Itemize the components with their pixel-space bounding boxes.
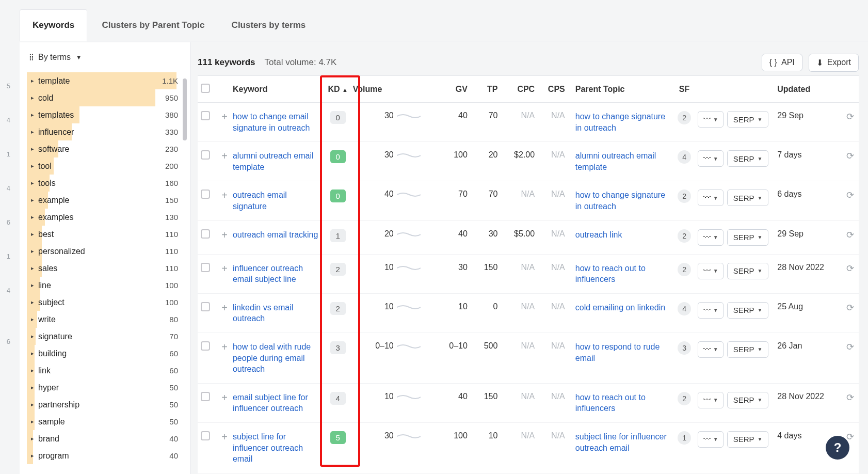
sf-badge[interactable]: 4 <box>678 302 691 315</box>
serp-button[interactable]: SERP▼ <box>727 111 768 128</box>
serp-button[interactable]: SERP▼ <box>727 431 768 448</box>
column-header-keyword[interactable]: Keyword <box>233 85 323 94</box>
refresh-icon[interactable]: ⟳ <box>846 303 854 313</box>
sidebar-term-item[interactable]: ▸tools160 <box>20 175 184 192</box>
expand-button[interactable]: + <box>216 150 233 162</box>
keyword-link[interactable]: linkedin vs email outreach <box>233 303 293 323</box>
sidebar-term-item[interactable]: ▸sales110 <box>20 260 184 277</box>
serp-button[interactable]: SERP▼ <box>727 189 768 206</box>
row-checkbox[interactable] <box>201 189 210 199</box>
column-header-cpc[interactable]: CPC <box>501 85 538 94</box>
parent-topic-link[interactable]: how to change signature in outreach <box>575 191 665 211</box>
tab-clusters-parent[interactable]: Clusters by Parent Topic <box>89 10 217 41</box>
serp-button[interactable]: SERP▼ <box>727 392 768 408</box>
sidebar-term-item[interactable]: ▸software230 <box>20 140 184 157</box>
sidebar-term-item[interactable]: ▸tool200 <box>20 157 184 175</box>
row-checkbox[interactable] <box>201 392 210 401</box>
sf-badge[interactable]: 2 <box>678 392 691 405</box>
refresh-icon[interactable]: ⟳ <box>846 190 854 200</box>
refresh-icon[interactable]: ⟳ <box>846 112 854 122</box>
parent-topic-link[interactable]: how to respond to rude email <box>575 342 660 362</box>
serp-button[interactable]: SERP▼ <box>727 263 768 279</box>
tab-clusters-terms[interactable]: Clusters by terms <box>219 10 318 41</box>
sf-badge[interactable]: 3 <box>678 341 691 355</box>
position-history-button[interactable]: 〰▼ <box>698 263 724 279</box>
parent-topic-link[interactable]: how to reach out to influencers <box>575 264 646 284</box>
sidebar-term-item[interactable]: ▸templates380 <box>20 106 184 123</box>
sidebar-term-item[interactable]: ▸examples130 <box>20 209 184 226</box>
column-header-cps[interactable]: CPS <box>538 85 568 94</box>
sf-badge[interactable]: 2 <box>678 263 691 276</box>
position-history-button[interactable]: 〰▼ <box>698 302 724 319</box>
sf-badge[interactable]: 1 <box>678 431 691 445</box>
export-button[interactable]: ⬇ Export <box>809 54 859 72</box>
position-history-button[interactable]: 〰▼ <box>698 229 724 246</box>
sidebar-term-item[interactable]: ▸link60 <box>20 362 184 379</box>
sidebar-term-item[interactable]: ▸hyper50 <box>20 379 184 396</box>
serp-button[interactable]: SERP▼ <box>727 229 768 246</box>
sidebar-scrollbar-thumb[interactable] <box>183 78 187 140</box>
tab-keywords[interactable]: Keywords <box>20 9 87 41</box>
row-checkbox[interactable] <box>201 341 210 351</box>
sidebar-term-item[interactable]: ▸influencer330 <box>20 123 184 140</box>
sidebar-term-item[interactable]: ▸signature70 <box>20 328 184 345</box>
row-checkbox[interactable] <box>201 431 210 440</box>
sidebar-term-item[interactable]: ▸template1.1K <box>20 72 184 89</box>
sf-badge[interactable]: 2 <box>678 229 691 243</box>
keyword-link[interactable]: subject line for influencer outreach ema… <box>233 432 303 463</box>
column-header-parent[interactable]: Parent Topic <box>568 85 673 94</box>
refresh-icon[interactable]: ⟳ <box>846 230 854 240</box>
serp-button[interactable]: SERP▼ <box>727 341 768 358</box>
expand-button[interactable]: + <box>216 302 233 314</box>
api-button[interactable]: { } API <box>762 54 802 71</box>
expand-button[interactable]: + <box>216 392 233 404</box>
expand-button[interactable]: + <box>216 111 233 123</box>
parent-topic-link[interactable]: subject line for influencer outreach ema… <box>575 432 667 452</box>
sidebar-term-item[interactable]: ▸sample50 <box>20 413 184 430</box>
help-button[interactable]: ? <box>826 436 849 460</box>
position-history-button[interactable]: 〰▼ <box>698 189 724 206</box>
column-header-tp[interactable]: TP <box>471 85 501 94</box>
sidebar-term-item[interactable]: ▸partnership50 <box>20 396 184 413</box>
expand-button[interactable]: + <box>216 189 233 201</box>
parent-topic-link[interactable]: cold emailing on linkedin <box>575 303 665 312</box>
sf-badge[interactable]: 2 <box>678 189 691 203</box>
position-history-button[interactable]: 〰▼ <box>698 111 724 128</box>
expand-button[interactable]: + <box>216 263 233 275</box>
parent-topic-link[interactable]: outreach link <box>575 230 622 239</box>
sidebar-term-item[interactable]: ▸line100 <box>20 277 184 294</box>
position-history-button[interactable]: 〰▼ <box>698 431 724 448</box>
row-checkbox[interactable] <box>201 263 210 272</box>
sf-badge[interactable]: 2 <box>678 111 691 124</box>
row-checkbox[interactable] <box>201 229 210 239</box>
keyword-link[interactable]: email subject line for influencer outrea… <box>233 393 308 413</box>
serp-button[interactable]: SERP▼ <box>727 150 768 167</box>
row-checkbox[interactable] <box>201 302 210 311</box>
column-header-gv[interactable]: GV <box>436 85 471 94</box>
keyword-link[interactable]: how to deal with rude people during emai… <box>233 342 311 373</box>
position-history-button[interactable]: 〰▼ <box>698 150 724 167</box>
keyword-link[interactable]: alumni outreach email template <box>233 151 314 171</box>
by-terms-dropdown[interactable]: ⁞⁞ By terms ▼ <box>20 52 190 72</box>
row-checkbox[interactable] <box>201 111 210 120</box>
column-header-kd[interactable]: KD ▲ <box>323 85 353 94</box>
position-history-button[interactable]: 〰▼ <box>698 392 724 408</box>
sidebar-term-item[interactable]: ▸program40 <box>20 447 184 464</box>
sf-badge[interactable]: 4 <box>678 150 691 164</box>
refresh-icon[interactable]: ⟳ <box>846 151 854 161</box>
serp-button[interactable]: SERP▼ <box>727 302 768 319</box>
keyword-link[interactable]: outreach email tracking <box>233 230 318 239</box>
parent-topic-link[interactable]: how to reach out to influencers <box>575 393 646 413</box>
expand-button[interactable]: + <box>216 431 233 443</box>
sidebar-term-item[interactable]: ▸brand40 <box>20 430 184 447</box>
sidebar-term-item[interactable]: ▸write80 <box>20 311 184 328</box>
sidebar-term-item[interactable]: ▸cold950 <box>20 89 184 106</box>
keyword-link[interactable]: influencer outreach email subject line <box>233 264 303 284</box>
sidebar-term-item[interactable]: ▸best110 <box>20 226 184 243</box>
column-header-updated[interactable]: Updated <box>770 85 841 94</box>
column-header-sf[interactable]: SF <box>673 85 695 94</box>
refresh-icon[interactable]: ⟳ <box>846 263 854 274</box>
refresh-icon[interactable]: ⟳ <box>846 392 854 403</box>
sidebar-term-item[interactable]: ▸example150 <box>20 192 184 209</box>
sidebar-term-item[interactable]: ▸building60 <box>20 345 184 362</box>
